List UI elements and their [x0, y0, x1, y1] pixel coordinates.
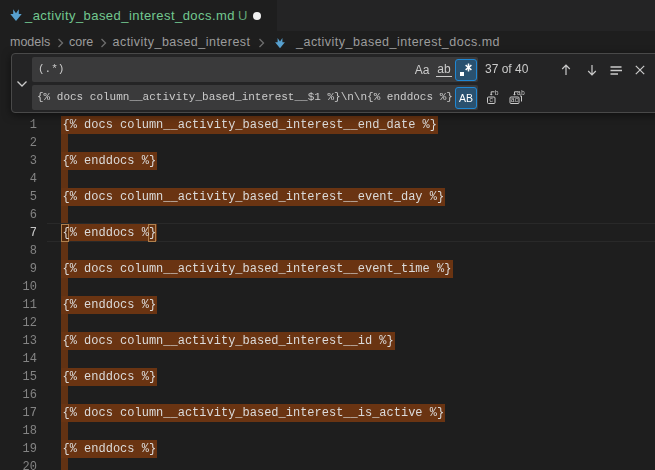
svg-text:c: c	[489, 97, 493, 104]
svg-text:b: b	[495, 90, 499, 97]
svg-text:ac: ac	[511, 97, 519, 104]
svg-text:ab: ab	[517, 90, 525, 97]
